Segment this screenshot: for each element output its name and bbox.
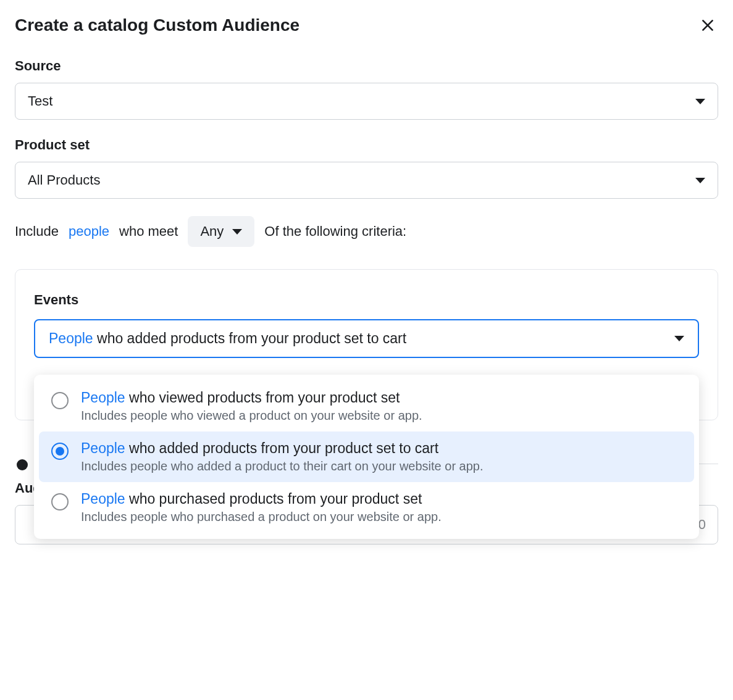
radio-unchecked-icon bbox=[51, 493, 69, 510]
option-text: People who added products from your prod… bbox=[81, 440, 682, 473]
option-subtitle: Includes people who added a product to t… bbox=[81, 459, 682, 473]
radio-unchecked-icon bbox=[51, 392, 69, 409]
option-title: People who added products from your prod… bbox=[81, 440, 682, 457]
chevron-down-icon bbox=[695, 99, 705, 104]
option-subtitle: Includes people who purchased a product … bbox=[81, 510, 682, 524]
option-subtitle: Includes people who viewed a product on … bbox=[81, 409, 682, 423]
option-title-rest: who viewed products from your product se… bbox=[125, 390, 400, 406]
product-set-value: All Products bbox=[28, 172, 100, 188]
of-following-text: Of the following criteria: bbox=[264, 223, 406, 240]
product-set-section: Product set All Products bbox=[15, 137, 718, 199]
option-title: People who purchased products from your … bbox=[81, 491, 682, 507]
radio-checked-icon bbox=[51, 443, 69, 460]
dialog-title: Create a catalog Custom Audience bbox=[15, 15, 299, 35]
events-card: Events People who added products from yo… bbox=[15, 269, 718, 420]
dialog-header: Create a catalog Custom Audience bbox=[15, 15, 718, 36]
source-select[interactable]: Test bbox=[15, 83, 718, 120]
radio-inner-dot bbox=[56, 447, 64, 456]
any-selector[interactable]: Any bbox=[188, 216, 254, 247]
events-select[interactable]: People who added products from your prod… bbox=[34, 319, 699, 358]
include-text: Include bbox=[15, 223, 59, 240]
events-option-viewed[interactable]: People who viewed products from your pro… bbox=[39, 381, 694, 431]
option-people: People bbox=[81, 491, 125, 507]
people-link[interactable]: people bbox=[69, 223, 109, 240]
events-selected-people: People bbox=[49, 330, 93, 346]
option-text: People who purchased products from your … bbox=[81, 491, 682, 524]
option-title-rest: who added products from your product set… bbox=[125, 440, 439, 456]
source-label: Source bbox=[15, 58, 718, 74]
events-dropdown: People who viewed products from your pro… bbox=[34, 375, 699, 539]
option-text: People who viewed products from your pro… bbox=[81, 390, 682, 423]
events-option-purchased[interactable]: People who purchased products from your … bbox=[39, 482, 694, 533]
source-section: Source Test bbox=[15, 58, 718, 120]
option-title: People who viewed products from your pro… bbox=[81, 390, 682, 406]
source-value: Test bbox=[28, 93, 52, 109]
close-icon bbox=[700, 17, 716, 33]
events-label: Events bbox=[34, 292, 699, 308]
events-option-added-to-cart[interactable]: People who added products from your prod… bbox=[39, 431, 694, 482]
events-selected-value: People who added products from your prod… bbox=[49, 330, 406, 347]
events-selected-rest: who added products from your product set… bbox=[93, 330, 407, 346]
close-button[interactable] bbox=[697, 15, 718, 36]
any-value: Any bbox=[200, 223, 224, 240]
option-people: People bbox=[81, 440, 125, 456]
product-set-select[interactable]: All Products bbox=[15, 162, 718, 199]
criteria-row: Include people who meet Any Of the follo… bbox=[15, 216, 718, 247]
option-people: People bbox=[81, 390, 125, 406]
add-criteria-button[interactable] bbox=[9, 451, 36, 478]
option-title-rest: who purchased products from your product… bbox=[125, 491, 422, 507]
who-meet-text: who meet bbox=[119, 223, 178, 240]
chevron-down-icon bbox=[674, 336, 684, 341]
product-set-label: Product set bbox=[15, 137, 718, 153]
chevron-down-icon bbox=[232, 229, 242, 235]
chevron-down-icon bbox=[695, 178, 705, 183]
